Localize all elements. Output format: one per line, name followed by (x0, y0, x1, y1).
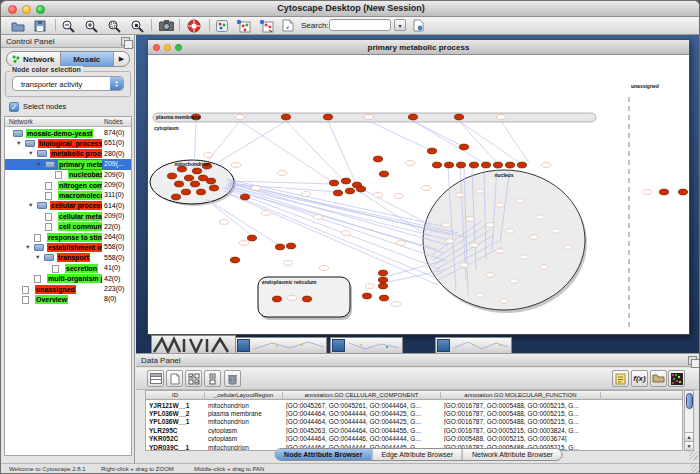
network-node-red[interactable] (275, 244, 284, 250)
tree-row[interactable]: ▼transport558(0) (5, 253, 131, 263)
network-canvas[interactable]: plasma membranecytoplasmmitochondrionnuc… (148, 55, 689, 334)
network-node-white[interactable] (540, 265, 548, 269)
table-row[interactable]: YKR052Ccytoplasm[GO:0044464, GO:0044446,… (146, 435, 682, 443)
tree-expander-icon[interactable]: ▼ (25, 244, 30, 250)
tab-edge-attribute-browser[interactable]: Edge Attribute Browser (372, 449, 463, 460)
tree-row[interactable]: Overview8(0) (5, 294, 131, 304)
network-node-white[interactable] (442, 223, 450, 227)
search-options-icon[interactable] (409, 18, 427, 33)
tree-row[interactable]: nitrogen compo209(0) (5, 180, 131, 190)
tree-column-nodes[interactable]: Nodes (104, 118, 123, 125)
tab-node-attribute-browser[interactable]: Node Attribute Browser (275, 449, 372, 460)
network-node-red[interactable] (378, 277, 387, 283)
zoom-selected-icon[interactable] (128, 18, 146, 33)
tree-row[interactable]: multi-organism pro42(0) (5, 274, 131, 284)
table-column-header[interactable]: _cellularLayoutRegion (205, 392, 283, 400)
network-node-white[interactable] (341, 231, 350, 236)
network-node-red[interactable] (481, 162, 490, 168)
table-scrollbar[interactable]: ▲ ▼ (684, 390, 694, 451)
delete-attribute-icon[interactable] (224, 370, 241, 387)
network-edge[interactable] (206, 199, 252, 236)
network-node-white[interactable] (319, 266, 328, 271)
zoom-fit-icon[interactable] (105, 18, 123, 33)
network-node-red[interactable] (432, 162, 441, 168)
window-resize-grip[interactable] (691, 465, 700, 474)
tab-network[interactable]: Network (7, 52, 61, 66)
tab-mosaic[interactable]: Mosaic (61, 52, 115, 66)
tree-row[interactable]: nucleobase-209(0) (5, 170, 131, 180)
attribute-matrix-icon[interactable] (185, 370, 202, 387)
network-node-red[interactable] (456, 162, 465, 168)
attribute-list-icon[interactable] (204, 370, 221, 387)
table-row[interactable]: YPL036W__2plasma membrane[GO:0044464, GO… (146, 409, 682, 417)
network-node-white[interactable] (564, 245, 572, 249)
network-node-red[interactable] (341, 178, 350, 184)
minimized-window-1[interactable] (235, 337, 327, 354)
network-node-red[interactable] (230, 257, 239, 263)
network-node-white[interactable] (239, 241, 248, 246)
network-node-red[interactable] (459, 144, 468, 150)
network-node-red[interactable] (454, 114, 463, 120)
network-node-white[interactable] (364, 115, 373, 120)
network-node-white[interactable] (394, 194, 403, 199)
network-node-red[interactable] (333, 190, 342, 196)
network-node-white[interactable] (552, 229, 560, 233)
network-edge[interactable] (224, 191, 434, 277)
scroll-down-icon[interactable]: ▼ (685, 441, 693, 450)
network-node-white[interactable] (301, 192, 310, 197)
network-node-red[interactable] (240, 194, 249, 200)
tab-overflow-arrow[interactable]: ▶ (114, 52, 129, 66)
network-node-white[interactable] (283, 261, 292, 266)
tree-expander-icon[interactable]: ▼ (16, 140, 21, 146)
snapshot-camera-icon[interactable] (157, 18, 175, 33)
network-edge[interactable] (226, 189, 440, 269)
network-node-white[interactable] (456, 193, 464, 197)
tree-row[interactable]: ▼metabolic process280(0) (5, 149, 131, 159)
network-node-white[interactable] (520, 255, 528, 259)
select-nodes-checkbox[interactable]: ✓ (9, 102, 19, 112)
network-node-red[interactable] (678, 189, 687, 195)
network-node-white[interactable] (231, 163, 240, 168)
network-node-white[interactable] (365, 284, 374, 289)
panel-resize-grip[interactable] (689, 451, 698, 460)
network-edge[interactable] (230, 183, 458, 233)
float-data-panel-icon[interactable] (688, 356, 697, 365)
network-node-white[interactable] (530, 235, 538, 239)
network-node-white[interactable] (516, 199, 524, 203)
network-node-white[interactable] (476, 189, 484, 193)
network-node-red[interactable] (362, 293, 371, 299)
network-node-white[interactable] (277, 171, 286, 176)
network-node-white[interactable] (486, 273, 494, 277)
network-node-red[interactable] (323, 114, 332, 120)
tree-column-network[interactable]: Network (9, 118, 33, 125)
network-node-red[interactable] (378, 283, 387, 289)
vizmapper-icon[interactable] (213, 18, 231, 33)
network-node-red[interactable] (209, 185, 218, 191)
network-node-white[interactable] (373, 193, 382, 198)
network-node-white[interactable] (446, 239, 454, 243)
network-node-red[interactable] (272, 296, 281, 302)
network-node-white[interactable] (391, 302, 400, 307)
network-node-white[interactable] (476, 293, 484, 297)
open-icon[interactable] (9, 18, 27, 33)
network-node-white[interactable] (506, 229, 514, 233)
tree-expander-icon[interactable]: ▼ (36, 161, 41, 167)
save-icon[interactable] (31, 18, 49, 33)
network-node-red[interactable] (192, 168, 201, 174)
tree-row[interactable]: response to stimul264(0) (5, 232, 131, 242)
float-panel-icon[interactable] (121, 37, 130, 46)
network-node-white[interactable] (541, 163, 550, 168)
heatmap-icon[interactable] (668, 370, 685, 387)
tree-row[interactable]: ▼establishment of lo558(0) (5, 242, 131, 252)
zoom-out-icon[interactable] (59, 18, 77, 33)
network-node-white[interactable] (261, 211, 270, 216)
network-edge[interactable] (413, 121, 464, 147)
network-node-red[interactable] (517, 162, 526, 168)
network-edge[interactable] (201, 121, 286, 173)
network-node-white[interactable] (460, 263, 468, 267)
import-attributes-icon[interactable] (650, 370, 667, 387)
network-node-white[interactable] (496, 249, 504, 253)
tree-expander-icon[interactable]: ▼ (28, 202, 33, 208)
network-node-white[interactable] (251, 186, 260, 191)
network-edge[interactable] (459, 121, 497, 163)
